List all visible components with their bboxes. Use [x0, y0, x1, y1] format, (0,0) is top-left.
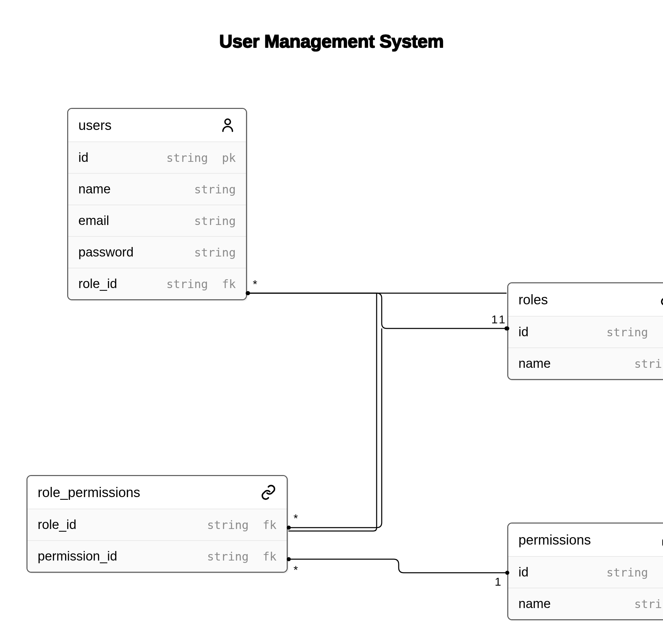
link-icon: [260, 484, 277, 500]
mult-label-star: *: [253, 278, 257, 291]
mult-label-one: 1: [499, 313, 505, 326]
entity-header: roles: [508, 283, 663, 316]
entity-header: role_permissions: [27, 476, 287, 509]
field-name: name: [78, 182, 111, 196]
field-row: id string pk: [68, 141, 246, 173]
key-icon: [660, 291, 663, 308]
entity-name: role_permissions: [38, 485, 140, 500]
field-row: id string pk: [508, 316, 663, 347]
field-type: string pk: [606, 325, 663, 339]
entity-header: users: [68, 109, 246, 141]
field-name: role_id: [38, 517, 76, 532]
field-name: email: [78, 213, 109, 228]
entity-permissions: permissions id string pk name string: [507, 523, 663, 620]
field-row: role_id string fk: [68, 268, 246, 299]
diagram-title: User Management System: [0, 31, 663, 52]
field-row: name string: [508, 588, 663, 619]
lock-icon: [660, 532, 663, 548]
field-type: string: [194, 214, 236, 228]
field-row: email string: [68, 205, 246, 236]
entity-name: roles: [518, 292, 548, 307]
entity-name: users: [78, 118, 112, 133]
mult-label-one: 1: [495, 575, 501, 588]
field-name: id: [518, 565, 529, 580]
field-type: string fk: [207, 550, 277, 563]
field-type: string pk: [606, 566, 663, 579]
field-name: id: [78, 150, 89, 165]
field-name: permission_id: [38, 549, 117, 564]
entity-name: permissions: [518, 532, 591, 548]
entity-role-permissions: role_permissions role_id string fk permi…: [26, 475, 288, 573]
entity-users: users id string pk name string email str…: [67, 108, 247, 300]
mult-label-one: 1: [491, 313, 498, 326]
field-name: role_id: [78, 277, 117, 291]
mult-label-star: *: [293, 563, 298, 576]
field-type: string pk: [166, 151, 236, 165]
field-type: string: [634, 357, 663, 371]
field-row: password string: [68, 236, 246, 268]
svg-point-1: [662, 298, 663, 305]
field-name: name: [518, 356, 551, 371]
field-type: string: [194, 183, 236, 196]
field-name: name: [518, 596, 551, 611]
field-row: role_id string fk: [27, 509, 287, 540]
user-icon: [220, 117, 236, 133]
field-row: name string: [508, 347, 663, 379]
field-row: permission_id string fk: [27, 540, 287, 572]
field-type: string fk: [166, 277, 236, 291]
entity-roles: roles id string pk name string: [507, 282, 663, 380]
field-row: id string pk: [508, 556, 663, 588]
field-type: string fk: [207, 518, 277, 532]
mult-label-star: *: [293, 512, 298, 525]
field-name: password: [78, 245, 134, 260]
entity-header: permissions: [508, 524, 663, 556]
svg-point-0: [225, 119, 230, 125]
field-row: name string: [68, 173, 246, 205]
field-type: string: [634, 597, 663, 611]
field-name: id: [518, 325, 529, 339]
field-type: string: [194, 246, 236, 259]
